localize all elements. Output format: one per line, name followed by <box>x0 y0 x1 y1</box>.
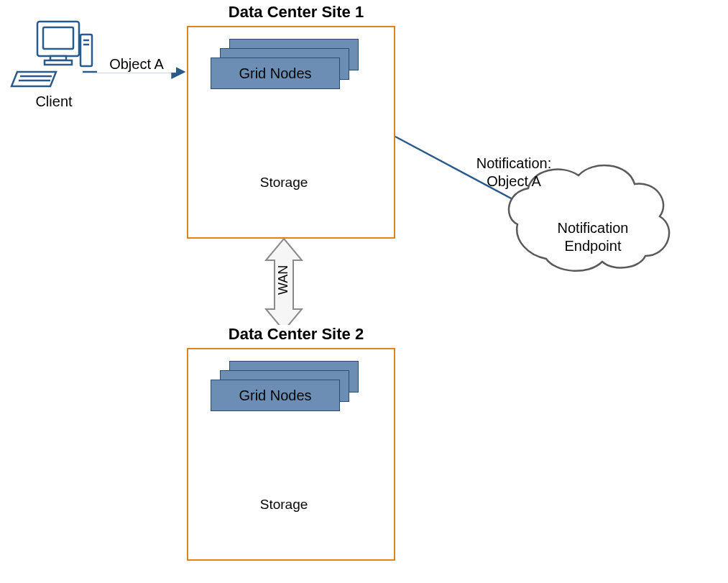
notification-line2: Object A <box>456 173 571 190</box>
svg-rect-5 <box>43 27 73 49</box>
diagram-canvas: Client Object A Data Center Site 1 Grid … <box>0 0 728 583</box>
notification-label: Notification: Object A <box>456 155 571 190</box>
notification-endpoint-label: Notification Endpoint <box>543 219 643 255</box>
grid-nodes-stack-site2: Grid Nodes <box>211 361 361 418</box>
client-computer-icon <box>11 22 92 86</box>
notification-endpoint-line1: Notification <box>543 219 643 237</box>
grid-nodes-label-site2: Grid Nodes <box>239 387 311 404</box>
site1-title: Data Center Site 1 <box>200 3 392 22</box>
notification-line1: Notification: <box>456 155 571 173</box>
grid-nodes-label-site1: Grid Nodes <box>239 65 311 82</box>
notification-endpoint-line2: Endpoint <box>543 237 643 255</box>
svg-rect-6 <box>80 35 92 66</box>
storage-label-site1: Storage <box>248 175 320 190</box>
site2-title: Data Center Site 2 <box>200 325 392 344</box>
grid-nodes-stack-site1: Grid Nodes <box>211 39 361 96</box>
storage-label-site2: Storage <box>248 497 320 513</box>
svg-rect-10 <box>45 60 72 65</box>
wan-label: WAN <box>276 265 291 295</box>
client-label: Client <box>14 93 93 110</box>
object-a-label: Object A <box>97 56 176 73</box>
